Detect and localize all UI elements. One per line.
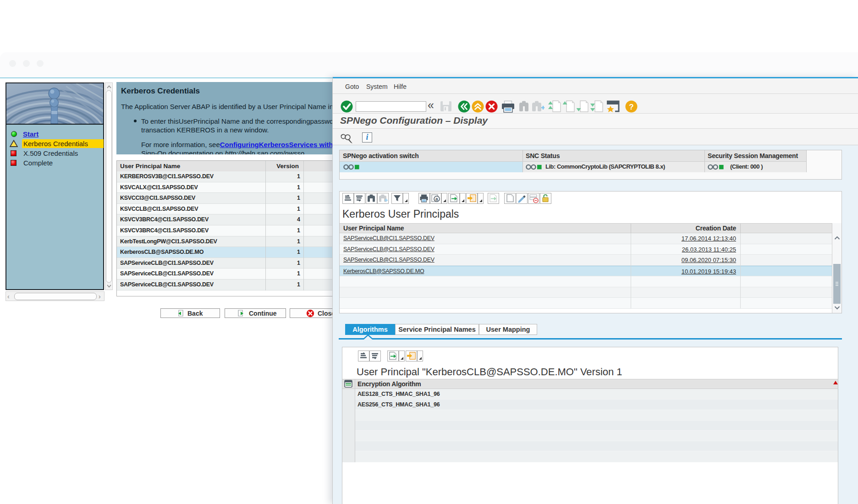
svg-text:a: a (435, 197, 438, 202)
svg-text:?: ? (629, 103, 633, 111)
